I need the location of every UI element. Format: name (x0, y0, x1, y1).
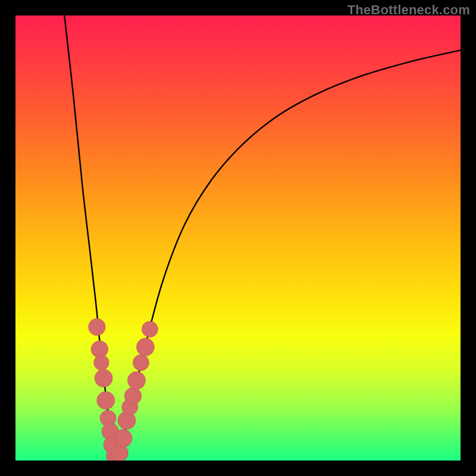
marker-dot (114, 430, 132, 447)
marker-dot (95, 369, 112, 387)
marker-dot (142, 321, 158, 337)
marker-dot (124, 387, 141, 404)
marker-dot (94, 355, 109, 370)
curve-right-branch (115, 50, 461, 458)
marker-dot (136, 338, 154, 356)
bottleneck-curve (64, 15, 461, 458)
overlay-svg (15, 15, 461, 461)
chart-frame: TheBottleneck.com (0, 0, 476, 476)
plot-area (15, 15, 461, 461)
marker-dot (128, 371, 146, 389)
marker-dot (97, 392, 115, 409)
marker-dot (133, 355, 149, 371)
marker-dot (89, 318, 105, 335)
watermark-text: TheBottleneck.com (347, 2, 470, 18)
